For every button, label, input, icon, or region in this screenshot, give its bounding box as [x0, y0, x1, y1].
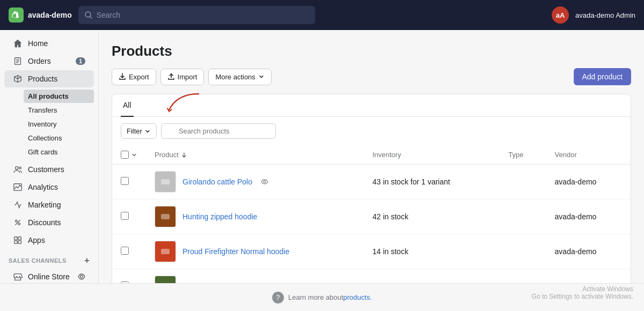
- type-cell-2: [500, 199, 546, 234]
- more-actions-button[interactable]: More actions: [208, 69, 271, 85]
- activate-windows: Activate Windows Go to Settings to activ…: [532, 285, 633, 300]
- marketing-icon: [13, 200, 23, 210]
- product-name-1[interactable]: Girolando cattle Polo: [182, 177, 252, 186]
- svg-point-5: [16, 220, 18, 223]
- search-products-input[interactable]: [161, 123, 276, 139]
- vendor-cell-2: avada-demo: [546, 199, 631, 234]
- analytics-icon: [13, 182, 23, 192]
- inventory-cell-4: 12 in stock: [364, 269, 500, 284]
- search-icon: [85, 11, 92, 19]
- sort-icon: [181, 152, 187, 158]
- avatar: aA: [552, 6, 569, 24]
- select-all-checkbox[interactable]: [121, 151, 129, 159]
- sidebar-sub-inventory[interactable]: Inventory: [24, 117, 94, 131]
- add-product-button[interactable]: Add product: [574, 68, 632, 85]
- col-vendor: Vendor: [546, 145, 631, 165]
- product-thumb-icon: [160, 246, 171, 257]
- sidebar-item-products[interactable]: Products: [4, 70, 94, 87]
- product-thumb-icon: [160, 211, 171, 222]
- svg-rect-8: [18, 237, 21, 240]
- sidebar-sub-all-products[interactable]: All products: [24, 90, 94, 103]
- sidebar-item-home[interactable]: Home: [4, 35, 94, 52]
- search-bar[interactable]: [78, 6, 315, 24]
- sidebar: Home Orders 1 Products All pro: [0, 30, 99, 283]
- sidebar-item-apps[interactable]: Apps: [4, 232, 94, 249]
- eye-icon[interactable]: [261, 178, 268, 186]
- type-cell-3: [500, 234, 546, 269]
- sidebar-item-customers[interactable]: Customers: [4, 161, 94, 178]
- filter-chevron-icon: [144, 128, 151, 135]
- customers-icon: [13, 165, 23, 174]
- svg-rect-16: [161, 214, 170, 219]
- import-button[interactable]: Import: [160, 69, 204, 85]
- svg-rect-4: [14, 184, 21, 191]
- select-all-chevron-icon[interactable]: [131, 152, 137, 158]
- chevron-down-icon: [258, 73, 265, 80]
- import-icon: [167, 73, 175, 80]
- vendor-cell-4: avada-demo: [546, 269, 631, 284]
- inventory-cell-1: 43 in stock for 1 variant: [364, 165, 500, 199]
- table-row: Turkey hunter T-Shirt 12 in stock avada-…: [112, 269, 631, 284]
- svg-rect-10: [18, 241, 21, 243]
- sidebar-item-marketing[interactable]: Marketing: [4, 196, 94, 213]
- sidebar-item-orders[interactable]: Orders 1: [4, 53, 94, 70]
- help-icon[interactable]: ?: [272, 292, 284, 303]
- orders-icon: [13, 56, 23, 66]
- products-link[interactable]: products.: [343, 293, 372, 301]
- filter-button[interactable]: Filter: [121, 123, 157, 139]
- col-product[interactable]: Product: [146, 145, 364, 165]
- product-name-3[interactable]: Proud Firefighter Normal hoodie: [182, 247, 289, 256]
- main-content: Products Export Import More actions: [99, 30, 644, 283]
- brand[interactable]: avada-demo: [9, 8, 72, 23]
- col-type: Type: [500, 145, 546, 165]
- visibility-icon[interactable]: [78, 273, 85, 280]
- svg-rect-9: [14, 241, 17, 243]
- svg-point-3: [19, 167, 21, 169]
- tab-all[interactable]: All: [121, 94, 134, 117]
- row-checkbox-3[interactable]: [121, 247, 129, 255]
- store-icon: [13, 272, 23, 282]
- inventory-cell-3: 14 in stock: [364, 234, 500, 269]
- svg-point-6: [18, 223, 20, 225]
- table-row: Proud Firefighter Normal hoodie 14 in st…: [112, 234, 631, 269]
- sidebar-sub-collections[interactable]: Collections: [24, 131, 94, 145]
- col-inventory: Inventory: [364, 145, 500, 165]
- product-name-2[interactable]: Hunting zipped hoodie: [182, 212, 257, 221]
- svg-point-15: [264, 181, 266, 183]
- export-button[interactable]: Export: [112, 69, 156, 85]
- home-icon: [13, 39, 23, 48]
- search-products-wrapper: [161, 123, 622, 139]
- page-actions: Export Import More actions Add product: [112, 68, 631, 85]
- apps-icon: [13, 235, 23, 245]
- add-channel-icon[interactable]: +: [84, 256, 90, 265]
- row-checkbox-2[interactable]: [121, 212, 129, 220]
- svg-rect-14: [161, 179, 170, 184]
- inventory-cell-2: 42 in stock: [364, 199, 500, 234]
- admin-name: avada-demo Admin: [575, 11, 635, 19]
- bottom-bar-text: Learn more about: [288, 293, 343, 301]
- table-row: Girolando cattle Polo 43 in stock for 1 …: [112, 165, 631, 199]
- shopify-icon: [9, 8, 24, 23]
- svg-point-11: [80, 276, 83, 278]
- sidebar-item-discounts[interactable]: Discounts: [4, 214, 94, 231]
- row-checkbox-1[interactable]: [121, 177, 129, 185]
- products-submenu: All products Transfers Inventory Collect…: [0, 88, 98, 160]
- sidebar-item-online-store[interactable]: Online Store: [4, 268, 94, 283]
- sidebar-sub-transfers[interactable]: Transfers: [24, 103, 94, 117]
- svg-point-2: [16, 167, 18, 169]
- export-icon: [119, 73, 126, 80]
- search-input[interactable]: [97, 11, 309, 19]
- sidebar-item-analytics[interactable]: Analytics: [4, 179, 94, 196]
- type-cell-4: [500, 269, 546, 284]
- table-row: Hunting zipped hoodie 42 in stock avada-…: [112, 199, 631, 234]
- select-all-checkbox-wrapper: [121, 151, 137, 159]
- bottom-bar: ? Learn more about products. Activate Wi…: [0, 283, 644, 311]
- products-table: Product Inventory Type Vendor: [112, 145, 631, 283]
- svg-rect-17: [161, 249, 170, 254]
- card-tabs: All: [112, 94, 631, 117]
- topnav: avada-demo aA avada-demo Admin: [0, 0, 644, 30]
- svg-rect-7: [14, 237, 17, 240]
- orders-badge: 1: [76, 57, 85, 65]
- type-cell-1: [500, 165, 546, 199]
- sidebar-sub-gift-cards[interactable]: Gift cards: [24, 145, 94, 159]
